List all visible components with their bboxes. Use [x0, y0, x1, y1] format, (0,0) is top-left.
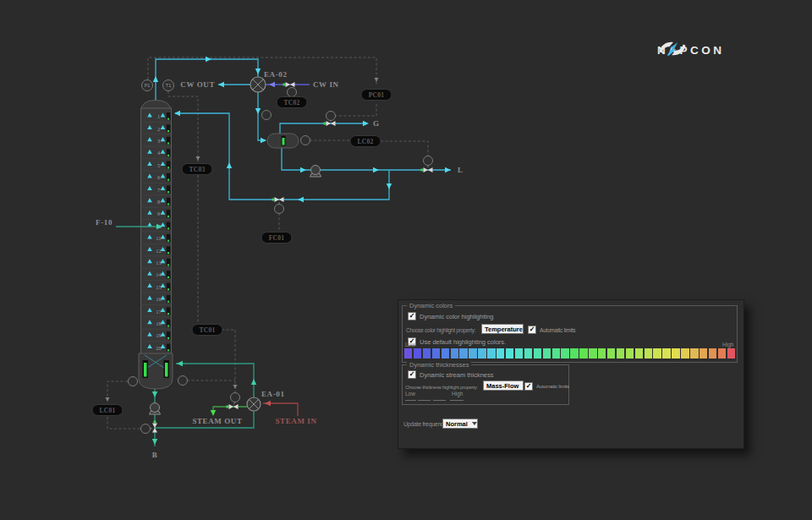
- napcon-logo: NAPCON: [657, 39, 767, 61]
- dynamic-color-highlighting-checkbox[interactable]: ✓ Dynamic color highlighting: [408, 312, 494, 320]
- tray-number: 15: [156, 284, 162, 290]
- gradient-swatch: [579, 348, 587, 359]
- tag-lc02[interactable]: LC02: [350, 136, 381, 147]
- tray-indicator-dot: [167, 191, 169, 193]
- instrument-bubble[interactable]: [288, 88, 297, 97]
- gradient-swatch: [423, 348, 431, 359]
- condenser-ea02[interactable]: [250, 77, 266, 92]
- tray-indicator-dot: [167, 276, 169, 278]
- gradient-swatch: [534, 348, 541, 359]
- svg-text:P1: P1: [145, 83, 151, 88]
- checkbox-check-icon: ✓: [524, 382, 533, 391]
- thickness-automatic-limits-label: Automatic limits: [536, 384, 569, 389]
- svg-text:LC01: LC01: [99, 407, 115, 414]
- thickness-low-field[interactable]: [405, 394, 416, 401]
- bottoms-label: B: [152, 451, 158, 459]
- tag-tc01[interactable]: TC01: [192, 325, 222, 336]
- color-automatic-limits-checkbox[interactable]: ✓ Automatic limits: [528, 326, 575, 334]
- tray-indicator-dot: [167, 167, 169, 168]
- gradient-swatch: [432, 348, 440, 359]
- gradient-swatch: [506, 348, 513, 359]
- use-default-colors-checkbox[interactable]: ✓ Use default highlighting colors.: [408, 337, 506, 346]
- bottoms-pump[interactable]: [150, 403, 161, 415]
- thickness-field[interactable]: [418, 394, 431, 401]
- update-frequency-value: Normal: [446, 420, 468, 428]
- napcon-simulator-screen: 1234567891011121314151617181920: [0, 0, 812, 520]
- gradient-swatch: [469, 348, 476, 359]
- svg-text:TC03: TC03: [189, 166, 205, 173]
- thickness-automatic-limits-checkbox[interactable]: ✓ Automatic limits: [524, 382, 569, 391]
- liquid-product-label: L: [458, 166, 464, 174]
- cw-in-label: CW IN: [313, 80, 339, 89]
- tag-lc01[interactable]: LC01: [92, 405, 123, 416]
- gradient-swatch: [681, 348, 689, 359]
- tray-indicator-dot: [167, 216, 169, 217]
- distillation-column[interactable]: 1234567891011121314151617181920: [139, 101, 173, 390]
- thickness-field[interactable]: [433, 394, 446, 401]
- ea02-label: EA-02: [264, 70, 288, 79]
- tray-number: 11: [156, 235, 161, 241]
- tray-indicator-dot: [167, 264, 169, 265]
- gradient-swatch: [626, 348, 634, 359]
- gas-product-valve[interactable]: [324, 121, 336, 126]
- tray-indicator-dot: [167, 325, 169, 326]
- tray-indicator-dot: [167, 142, 169, 144]
- instrument-bubble[interactable]: [231, 393, 240, 402]
- tag-fc01[interactable]: FC01: [261, 233, 292, 244]
- instrument-bubble[interactable]: [262, 111, 272, 120]
- svg-text:T1: T1: [166, 83, 171, 88]
- reflux-drum[interactable]: [267, 134, 299, 148]
- gradient-swatch: [459, 348, 467, 359]
- instrument-bubble[interactable]: [129, 377, 138, 386]
- checkbox-check-icon: ✓: [408, 312, 416, 320]
- color-property-select[interactable]: Temperature: [481, 324, 524, 334]
- steam-valve[interactable]: [227, 404, 239, 409]
- tray-indicator-dot: [167, 288, 169, 290]
- napcon-swirl-icon: [657, 39, 688, 59]
- update-frequency-select[interactable]: Normal: [442, 419, 478, 429]
- drum-level-bar: [283, 138, 285, 145]
- liquid-product-valve[interactable]: [421, 167, 433, 172]
- tray-number: 1: [157, 113, 160, 119]
- instrument-bubble[interactable]: [141, 424, 151, 434]
- tray-indicator-dot: [167, 240, 169, 242]
- tray-indicator-dot: [167, 130, 169, 132]
- dynamic-colors-group-title: Dynamic colors: [407, 302, 455, 309]
- tray-number: 12: [156, 248, 162, 254]
- reflux-valve[interactable]: [272, 197, 284, 202]
- dynamic-color-highlighting-label: Dynamic color highlighting: [420, 313, 494, 320]
- instrument-bubble[interactable]: [424, 156, 433, 166]
- gradient-swatch: [478, 348, 486, 359]
- tray-indicator-dot: [167, 349, 169, 351]
- instrument-t1[interactable]: T1: [163, 80, 174, 91]
- gradient-swatch: [543, 348, 551, 359]
- color-property-value: Temperature: [485, 326, 523, 333]
- tag-pc01[interactable]: PC01: [361, 90, 392, 101]
- instrument-p1[interactable]: P1: [142, 80, 153, 91]
- update-frequency-label: Update frequency:: [403, 421, 447, 427]
- instrument-bubble[interactable]: [275, 205, 284, 214]
- dynamic-thicknesses-group: Dynamic thicknesses ✓ Dynamic stream thi…: [402, 364, 569, 405]
- bottoms-valve[interactable]: [152, 421, 157, 433]
- gradient-swatch: [709, 348, 716, 359]
- gradient-bar: [404, 348, 735, 359]
- instrument-bubble[interactable]: [301, 136, 310, 145]
- cw-in-valve[interactable]: [283, 82, 295, 87]
- instrument-bubble[interactable]: [326, 112, 336, 121]
- dynamic-colors-group: Dynamic colors ✓ Dynamic color highlight…: [402, 305, 738, 363]
- sump-level-bar-left: [144, 363, 147, 377]
- dynamic-thicknesses-group-title: Dynamic thicknesses: [407, 361, 471, 369]
- dynamic-stream-thickness-checkbox[interactable]: ✓ Dynamic stream thickness: [408, 370, 494, 379]
- gradient-swatch: [700, 348, 707, 359]
- gradient-swatch: [718, 348, 726, 359]
- thickness-property-select[interactable]: Mass-Flow: [483, 380, 524, 391]
- tag-tc02[interactable]: TC02: [277, 97, 307, 108]
- thickness-property-value: Mass-Flow: [486, 382, 518, 390]
- tag-tc03[interactable]: TC03: [182, 164, 212, 175]
- instrument-bubble[interactable]: [178, 376, 188, 386]
- steam-out-label: STEAM OUT: [192, 417, 242, 425]
- reboiler-ea01[interactable]: [247, 397, 261, 411]
- thickness-high-field[interactable]: [450, 394, 464, 401]
- cw-out-label: CW OUT: [180, 80, 215, 89]
- reflux-pump[interactable]: [310, 166, 321, 178]
